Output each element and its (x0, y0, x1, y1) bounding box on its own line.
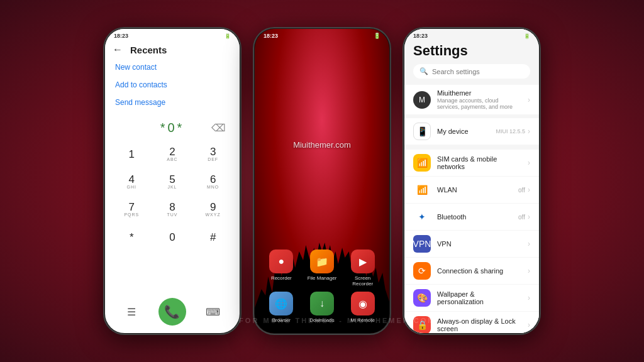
settings-bluetooth-item[interactable]: ✦ Bluetooth off › (404, 204, 539, 230)
bluetooth-text: Bluetooth (437, 213, 512, 221)
chevron-icon-vpn: › (528, 239, 530, 248)
screen-recorder-icon: ▶ (351, 250, 375, 273)
new-contact-option[interactable]: New contact (115, 63, 230, 72)
app-file-manager[interactable]: 📁 File Manager (306, 250, 338, 287)
recorder-icon: ● (269, 250, 293, 273)
sharing-text: Connection & sharing (437, 267, 521, 275)
downloads-icon: ↓ (310, 292, 334, 315)
user-sub: Manage accounts, cloud services, payment… (437, 97, 521, 110)
status-bar-3: 18:23 🔋 (404, 29, 539, 40)
wallpaper-icon: 🎨 (413, 289, 431, 307)
file-manager-icon: 📁 (310, 250, 334, 273)
add-to-contacts-option[interactable]: Add to contacts (115, 80, 230, 89)
search-input[interactable] (432, 68, 524, 75)
browser-icon: 🌐 (269, 292, 293, 315)
home-screen: 18:23 🔋 Miuithemer.com ● Recorder 📁 File… (255, 29, 389, 333)
wifi-icon: 📶 (413, 181, 431, 199)
settings-user-item[interactable]: M Miuithemer Manage accounts, cloud serv… (404, 85, 539, 114)
chevron-icon-sharing: › (528, 266, 530, 275)
settings-list: M Miuithemer Manage accounts, cloud serv… (404, 85, 539, 333)
dial-key-hash[interactable]: # (197, 226, 229, 248)
search-bar[interactable]: 🔍 (413, 64, 530, 79)
dialpad-row-4: * 0 # (111, 226, 233, 248)
dial-key-star[interactable]: * (116, 226, 147, 248)
settings-sharing-item[interactable]: ⟳ Connection & sharing › (404, 258, 539, 284)
bluetooth-label: Bluetooth (437, 213, 512, 221)
search-icon: 🔍 (419, 67, 428, 75)
user-name: Miuithemer (437, 89, 521, 97)
dial-key-0[interactable]: 0 (157, 226, 188, 248)
dial-key-7[interactable]: 7PQRS (116, 198, 147, 221)
menu-icon[interactable]: ☰ (118, 298, 145, 326)
dialpad-row-3: 7PQRS 8TUV 9WXYZ (111, 198, 233, 221)
dial-key-3[interactable]: 3DEF (197, 143, 229, 165)
settings-vpn-item[interactable]: VPN VPN › (404, 231, 539, 257)
sim-label: SIM cards & mobile networks (437, 155, 521, 170)
settings-title: Settings (404, 40, 539, 64)
site-text: Miuithemer.com (293, 140, 351, 150)
dial-key-4[interactable]: 4GHI (116, 170, 147, 193)
battery-icon: 🔋 (225, 33, 231, 39)
phone-home: 18:23 🔋 Miuithemer.com ● Recorder 📁 File… (253, 27, 391, 335)
phone-settings: 18:23 🔋 Settings 🔍 M Miuithemer Manage a… (402, 27, 541, 335)
status-icons-1: 🔋 (225, 33, 231, 39)
recents-options: New contact Add to contacts Send message (105, 60, 240, 113)
vpn-text: VPN (437, 240, 521, 248)
dial-key-9[interactable]: 9WXYZ (197, 198, 229, 221)
app-recorder[interactable]: ● Recorder (265, 250, 297, 287)
back-button[interactable]: ← (113, 44, 123, 55)
wlan-value: off (518, 187, 525, 194)
status-bar-2: 18:23 🔋 (255, 29, 389, 40)
settings-device-item[interactable]: 📱 My device MIUI 12.5.5 › (404, 118, 539, 145)
dialpad-grid: 1 2ABC 3DEF 4GHI 5JKL 6MNO 7PQRS 8TUV 9W… (105, 143, 240, 293)
wlan-label: WLAN (437, 186, 512, 194)
battery-icon-3: 🔋 (524, 33, 530, 39)
recents-title: Recents (130, 45, 167, 55)
status-time-3: 18:23 (413, 33, 428, 39)
chevron-icon-device: › (528, 127, 530, 136)
device-text: My device (437, 128, 489, 135)
dial-key-5[interactable]: 5JKL (157, 170, 188, 193)
status-bar-1: 18:23 🔋 (105, 29, 240, 40)
send-message-option[interactable]: Send message (115, 98, 230, 107)
chevron-icon-bt: › (528, 212, 530, 221)
chevron-icon-wlan: › (528, 185, 530, 194)
recorder-label: Recorder (271, 275, 292, 281)
mi-remote-icon: ◉ (351, 292, 375, 315)
user-info: Miuithemer Manage accounts, cloud servic… (437, 89, 521, 110)
watermark-text: VISIT FOR MORE THEMES - MIUITHEMER.COM (209, 317, 436, 324)
miui-version: MIUI 12.5.5 (496, 128, 525, 134)
lock-label: Always-on display & Lock screen (437, 317, 521, 332)
dialpad-bottom-bar: ☰ 📞 ⌨ (105, 293, 240, 333)
status-icons-2: 🔋 (374, 33, 380, 39)
chevron-icon-sim: › (528, 158, 530, 167)
screen-recorder-label: Screen Recorder (347, 275, 379, 287)
dial-key-6[interactable]: 6MNO (197, 170, 229, 193)
dial-key-1[interactable]: 1 (116, 143, 147, 165)
wallpaper-text: Wallpaper & personalization (437, 290, 521, 305)
dialed-number: *0* (160, 121, 185, 135)
dialpad-row-1: 1 2ABC 3DEF (111, 143, 233, 165)
recents-header: ← Recents (105, 40, 240, 60)
settings-wlan-item[interactable]: 📶 WLAN off › (404, 177, 539, 203)
app-screen-recorder[interactable]: ▶ Screen Recorder (347, 250, 379, 287)
device-label: My device (437, 128, 489, 135)
dial-key-2[interactable]: 2ABC (157, 143, 188, 165)
sim-text: SIM cards & mobile networks (437, 155, 521, 170)
lock-text: Always-on display & Lock screen (437, 317, 521, 332)
chevron-icon: › (528, 96, 530, 104)
wallpaper-label: Wallpaper & personalization (437, 290, 521, 305)
settings-wallpaper-item[interactable]: 🎨 Wallpaper & personalization › (404, 285, 539, 311)
dial-key-8[interactable]: 8TUV (157, 198, 188, 221)
chevron-icon-lock: › (528, 321, 530, 329)
call-button[interactable]: 📞 (158, 298, 186, 326)
settings-sim-item[interactable]: 📶 SIM cards & mobile networks › (404, 150, 539, 176)
home-title-area: Miuithemer.com (255, 40, 389, 250)
phone-dialer: 18:23 🔋 ← Recents New contact Add to con… (103, 27, 242, 335)
sim-icon: 📶 (413, 154, 431, 172)
device-right: MIUI 12.5.5 › (496, 127, 530, 136)
sharing-label: Connection & sharing (437, 267, 521, 275)
vpn-label: VPN (437, 240, 521, 248)
delete-button[interactable]: ⌫ (211, 122, 228, 134)
sharing-icon: ⟳ (413, 262, 431, 280)
